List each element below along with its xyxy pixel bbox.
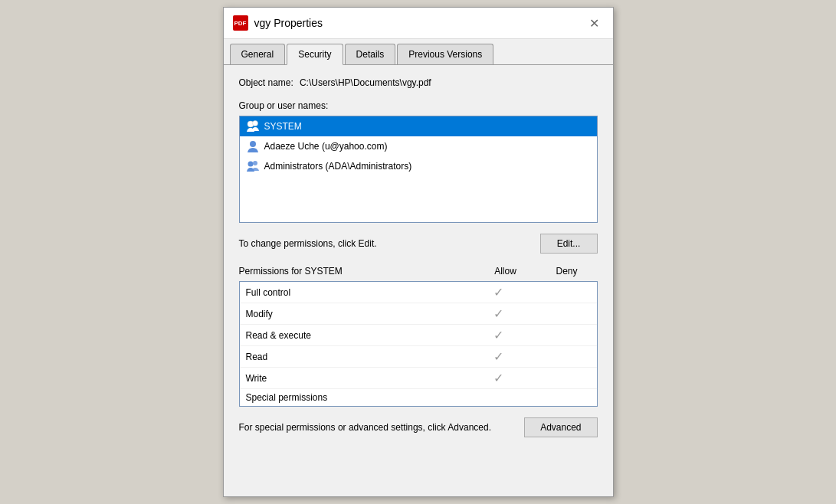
tab-previous-versions[interactable]: Previous Versions — [397, 44, 493, 64]
user-name-adaeze: Adaeze Uche (u­­­­­­­­@yahoo.com) — [264, 141, 388, 152]
user-item-administrators[interactable]: Administrators (ADA\Administrators) — [240, 156, 597, 176]
permissions-section: Permissions for SYSTEM Allow Deny Full c… — [239, 266, 598, 407]
user-item-adaeze[interactable]: Adaeze Uche (u­­­­­­­­@yahoo.com) — [240, 136, 597, 156]
svg-point-4 — [253, 161, 257, 165]
perm-row-read-execute: Read & execute ✓ — [240, 325, 597, 346]
advanced-settings-text: For special permissions or advanced sett… — [239, 422, 492, 433]
perm-allow-modify: ✓ — [468, 306, 529, 321]
perm-name-write: Write — [246, 373, 468, 384]
object-name-row: Object name: C:\Users\HP\Documents\vgy.p… — [239, 77, 598, 88]
perm-name-special-permissions: Special permissions — [246, 392, 468, 403]
permissions-table: Full control ✓ Modify ✓ Read & execute ✓… — [239, 281, 598, 407]
perm-row-special-permissions: Special permissions — [240, 389, 597, 406]
user-icon-adaeze — [246, 139, 260, 153]
allow-column-header: Allow — [475, 266, 536, 277]
object-name-label: Object name: — [239, 77, 293, 88]
group-users-label: Group or user names: — [239, 100, 598, 111]
perm-allow-full-control: ✓ — [468, 285, 529, 299]
svg-point-3 — [248, 162, 253, 167]
perm-name-read-execute: Read & execute — [246, 330, 468, 341]
perm-allow-read-execute: ✓ — [468, 328, 529, 342]
permissions-header: Permissions for SYSTEM Allow Deny — [239, 266, 598, 277]
title-bar-left: PDF vgy Properties — [233, 15, 323, 31]
deny-column-header: Deny — [536, 266, 598, 277]
perm-allow-read: ✓ — [468, 349, 529, 364]
perm-row-modify: Modify ✓ — [240, 303, 597, 325]
permissions-title: Permissions for SYSTEM — [239, 266, 475, 277]
tabs-bar: General Security Details Previous Versio… — [224, 39, 613, 65]
tab-security[interactable]: Security — [287, 44, 343, 65]
tab-content: Object name: C:\Users\HP\Documents\vgy.p… — [224, 65, 613, 450]
perm-allow-write: ✓ — [468, 371, 529, 385]
checkmark-modify: ✓ — [493, 307, 503, 320]
advanced-button[interactable]: Advanced — [524, 417, 597, 437]
checkmark-write: ✓ — [493, 371, 503, 385]
group-icon-administrators — [246, 159, 260, 173]
edit-button[interactable]: Edit... — [540, 234, 598, 254]
properties-window: PDF vgy Properties ✕ General Security De… — [223, 7, 614, 497]
perm-name-read: Read — [246, 352, 468, 362]
svg-point-1 — [252, 121, 257, 126]
checkmark-read: ✓ — [493, 350, 503, 363]
perm-name-modify: Modify — [246, 309, 468, 319]
pdf-icon: PDF — [233, 15, 248, 31]
window-title: vgy Properties — [254, 17, 323, 29]
perm-row-read: Read ✓ — [240, 346, 597, 368]
users-list[interactable]: SYSTEM Adaeze Uche (u­­­­­­­­@yahoo.com) — [239, 116, 598, 223]
tab-general[interactable]: General — [230, 44, 286, 64]
change-permissions-text: To change permissions, click Edit. — [239, 238, 377, 249]
user-name-administrators: Administrators (ADA\Administrators) — [264, 161, 412, 172]
group-icon-system — [246, 119, 260, 133]
object-name-value: C:\Users\HP\Documents\vgy.pdf — [300, 77, 431, 88]
close-button[interactable]: ✕ — [585, 14, 604, 32]
perm-row-full-control: Full control ✓ — [240, 282, 597, 303]
title-bar: PDF vgy Properties ✕ — [224, 8, 613, 39]
checkmark-read-execute: ✓ — [493, 329, 503, 342]
user-item-system[interactable]: SYSTEM — [240, 116, 597, 136]
change-permissions-row: To change permissions, click Edit. Edit.… — [239, 234, 598, 254]
svg-point-2 — [250, 141, 256, 147]
advanced-row: For special permissions or advanced sett… — [239, 417, 598, 437]
perm-row-write: Write ✓ — [240, 368, 597, 389]
tab-details[interactable]: Details — [345, 44, 396, 64]
user-name-system: SYSTEM — [264, 121, 302, 132]
perm-name-full-control: Full control — [246, 287, 468, 298]
checkmark-full-control: ✓ — [493, 286, 503, 299]
